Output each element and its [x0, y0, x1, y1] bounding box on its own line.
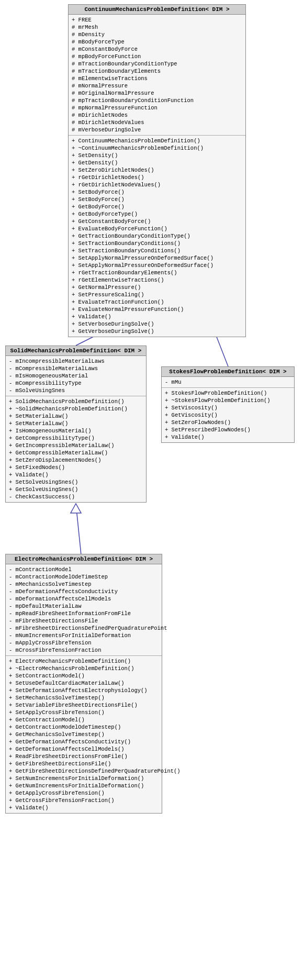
stokes-methods: + StokesFlowProblemDefinition() + ~Stoke…	[162, 388, 294, 442]
continuum-attributes: + FREE # mrMesh # mDensity # mBodyForceT…	[69, 15, 245, 136]
method-line: + rGetDirichletNodeValues()	[72, 181, 242, 188]
attr-line: - mpDefaultMaterialLaw	[9, 603, 159, 610]
method-line: + SetPrescribedFlowNodes()	[165, 426, 291, 433]
method-line: + GetFibreSheetDirectionsFile()	[9, 760, 159, 767]
attr-line: # mBodyForceType	[72, 38, 242, 46]
method-line: + GetDensity()	[72, 159, 242, 166]
method-line: + SetZeroDirichletNodes()	[72, 166, 242, 174]
method-line: + GetBodyForce()	[72, 203, 242, 210]
method-line: + SetZeroFlowNodes()	[165, 419, 291, 426]
method-line: + SetBodyForce()	[72, 188, 242, 196]
attr-line: - mApplyCrossFibreTension	[9, 639, 159, 647]
method-line: + rGetTractionBoundaryElements()	[72, 269, 242, 276]
method-line: + SetTractionBoundaryConditions()	[72, 247, 242, 254]
method-line: + EvaluateTractionFunction()	[72, 298, 242, 306]
method-line: + GetCompressibleMaterialLaw()	[9, 449, 143, 456]
attr-line: - mFibreSheetDirectionsFile	[9, 617, 159, 625]
attr-line: # mTractionBoundaryConditionType	[72, 60, 242, 68]
method-line: + rGetElementwiseTractions()	[72, 276, 242, 284]
attr-line: # mpBodyForceFunction	[72, 53, 242, 60]
method-line: + SetTractionBoundaryConditions()	[72, 240, 242, 247]
method-line: + IsHomogeneousMaterial()	[9, 427, 143, 435]
method-line: + GetCompressibilityType()	[9, 435, 143, 442]
method-line: + ~StokesFlowProblemDefinition()	[165, 397, 291, 404]
method-line: + SetViscosity()	[165, 404, 291, 411]
method-line: + SetSolveUsingSnes()	[9, 478, 143, 486]
method-line: + SetApplyNormalPressureOnDeformedSurfac…	[72, 262, 242, 269]
method-line: + SetBodyForce()	[72, 196, 242, 203]
method-line: + Validate()	[165, 433, 291, 441]
method-line: + SetFixedNodes()	[9, 464, 143, 471]
method-line: + SetUseDefaultCardiacMaterialLaw()	[9, 680, 159, 687]
attr-line: + FREE	[72, 16, 242, 24]
method-line: + Validate()	[9, 471, 143, 478]
method-line: + GetConstantBodyForce()	[72, 218, 242, 225]
method-line: + GetFibreSheetDirectionsDefinedPerQuadr…	[9, 767, 159, 775]
attr-line: - mDeformationAffectsConductivity	[9, 588, 159, 595]
method-line: + SetVariableFibreSheetDirectionsFile()	[9, 701, 159, 709]
method-line: + ReadFibreSheetDirectionsFromFile()	[9, 753, 159, 760]
method-line: + GetContractionModelOdeTimestep()	[9, 723, 159, 731]
attr-line: - mIncompressibleMaterialLaws	[9, 358, 143, 365]
method-line: + GetNormalPressure()	[72, 284, 242, 291]
continuum-title: ContinuumMechanicsProblemDefinition< DIM…	[69, 5, 245, 15]
attr-line: - mIsHomogeneousMaterial	[9, 372, 143, 380]
method-line: - CheckCastSuccess()	[9, 493, 143, 500]
attr-line: # mVerboseDuringSolve	[72, 126, 242, 133]
attr-line: - mNumIncrementsForInitialDeformation	[9, 632, 159, 639]
method-line: + GetViscosity()	[165, 411, 291, 419]
method-line: + GetCrossFibreTensionFraction()	[9, 797, 159, 804]
method-line: + ~ContinuumMechanicsProblemDefinition()	[72, 144, 242, 152]
method-line: + SetPressureScaling()	[72, 291, 242, 298]
electro-methods: + ElectroMechanicsProblemDefinition() + …	[6, 656, 162, 813]
method-line: + Validate()	[72, 313, 242, 320]
method-line: + SetNumIncrementsForInitialDeformation(…	[9, 775, 159, 782]
method-line: + SetApplyNormalPressureOnDeformedSurfac…	[72, 254, 242, 262]
attr-line: - mDeformationAffectsCellModels	[9, 595, 159, 603]
method-line: + ~ElectroMechanicsProblemDefinition()	[9, 665, 159, 672]
method-line: + EvaluateNormalPressureFunction()	[72, 306, 242, 313]
attr-line: - mMu	[165, 378, 291, 386]
attr-line: # mpNormalPressureFunction	[72, 104, 242, 112]
method-line: + ~SolidMechanicsProblemDefinition()	[9, 405, 143, 413]
method-line: + GetDeformationAffectsCellModels()	[9, 745, 159, 753]
method-line: + GetMechanicsSolveTimestep()	[9, 731, 159, 738]
method-line: + SetMechanicsSolveTimestep()	[9, 694, 159, 701]
method-line: + SetMaterialLaw()	[9, 420, 143, 427]
continuum-methods: + ContinuumMechanicsProblemDefinition() …	[69, 136, 245, 337]
method-line: + GetNumIncrementsForInitialDeformation(…	[9, 782, 159, 789]
attr-line: # mDirichletNodes	[72, 112, 242, 119]
electro-attributes: - mContractionModel - mContractionModelO…	[6, 564, 162, 656]
method-line: + SetDensity()	[72, 152, 242, 159]
solid-title: SolidMechanicsProblemDefinition< DIM >	[6, 346, 146, 356]
method-line: + SetZeroDisplacementNodes()	[9, 456, 143, 464]
attr-line: - mCompressibleMaterialLaws	[9, 365, 143, 372]
attr-line: # mOriginalNormalPressure	[72, 90, 242, 97]
attr-line: # mpTractionBoundaryConditionFunction	[72, 97, 242, 104]
method-line: + ElectroMechanicsProblemDefinition()	[9, 658, 159, 665]
method-line: + EvaluateBodyForceFunction()	[72, 225, 242, 232]
attr-line: # mNormalPressure	[72, 82, 242, 90]
method-line: + GetContractionModel()	[9, 716, 159, 723]
method-line: + SetApplyCrossFibreTension()	[9, 709, 159, 716]
attr-line: # mTractionBoundaryElements	[72, 68, 242, 75]
attr-line: # mDensity	[72, 31, 242, 38]
electro-box: ElectroMechanicsProblemDefinition< DIM >…	[5, 554, 162, 814]
attr-line: - mContractionModelOdeTimeStep	[9, 573, 159, 581]
svg-marker-5	[71, 504, 81, 513]
stokes-title: StokesFlowProblemDefinition< DIM >	[162, 367, 294, 377]
method-line: + SetDeformationAffectsElectrophysiology…	[9, 687, 159, 694]
continuum-box: ContinuumMechanicsProblemDefinition< DIM…	[68, 4, 246, 337]
method-line: + GetTractionBoundaryConditionType()	[72, 232, 242, 240]
method-line: + GetBodyForceType()	[72, 210, 242, 218]
method-line: + GetApplyCrossFibreTension()	[9, 789, 159, 797]
attr-line: - mMechanicsSolveTimestep	[9, 581, 159, 588]
method-line: + SetMaterialLaw()	[9, 413, 143, 420]
attr-line: - mFibreSheetDirectionsDefinedPerQuadrat…	[9, 625, 159, 632]
attr-line: # mrMesh	[72, 24, 242, 31]
stokes-attributes: - mMu	[162, 377, 294, 388]
attr-line: # mDirichletNodeValues	[72, 119, 242, 126]
method-line: + Validate()	[9, 804, 159, 811]
method-line: + ContinuumMechanicsProblemDefinition()	[72, 137, 242, 144]
method-line: + rGetDirichletNodes()	[72, 174, 242, 181]
